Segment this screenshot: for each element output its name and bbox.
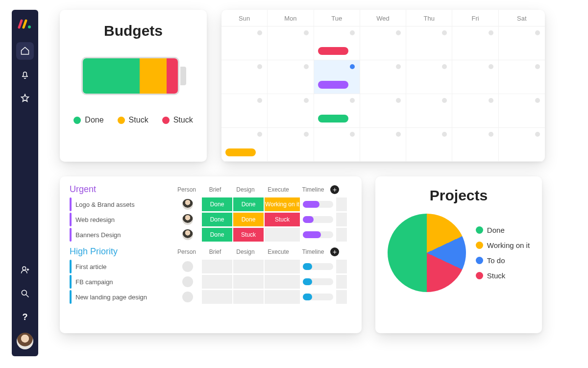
calendar-cell[interactable] <box>221 94 268 128</box>
calendar-cell[interactable] <box>221 26 268 60</box>
timeline-cell[interactable] <box>301 228 335 242</box>
calendar-event[interactable] <box>318 81 348 89</box>
calendar-cell[interactable] <box>406 128 452 162</box>
calendar-cell[interactable] <box>406 94 452 128</box>
status-cell[interactable] <box>202 275 232 289</box>
calendar-cell[interactable] <box>268 26 314 60</box>
add-row-button[interactable]: + <box>330 185 339 194</box>
calendar-cell[interactable] <box>452 128 498 162</box>
status-cell[interactable] <box>265 290 300 304</box>
person-avatar[interactable] <box>182 261 193 272</box>
calendar-cell[interactable] <box>499 26 545 60</box>
nav-search[interactable] <box>16 285 34 302</box>
calendar-cell[interactable] <box>499 94 545 128</box>
status-cell[interactable] <box>233 275 264 289</box>
person-avatar[interactable] <box>182 229 193 240</box>
nav-home[interactable] <box>16 42 34 60</box>
table-row[interactable]: FB campaign <box>70 275 352 289</box>
timeline-cell[interactable] <box>301 275 335 289</box>
table-row[interactable]: Banners DesignDoneStuck <box>70 228 352 242</box>
timeline-cell[interactable] <box>301 260 335 273</box>
calendar-cell[interactable] <box>314 94 360 128</box>
date-dot-icon <box>257 132 262 137</box>
date-dot-icon <box>350 98 355 103</box>
calendar-cell[interactable] <box>499 128 545 162</box>
task-name: Banners Design <box>75 231 121 239</box>
status-cell[interactable] <box>265 275 300 289</box>
status-cell[interactable]: Done <box>202 197 232 211</box>
column-header: Person <box>173 248 200 255</box>
date-dot-icon <box>535 98 540 103</box>
person-avatar[interactable] <box>182 276 193 287</box>
add-row-button[interactable]: + <box>330 247 339 256</box>
status-cell[interactable]: Done <box>202 213 232 226</box>
row-accent <box>70 290 72 304</box>
calendar-cell[interactable] <box>452 26 498 60</box>
row-accent <box>70 275 72 289</box>
status-cell[interactable] <box>233 260 264 273</box>
nav-invite[interactable] <box>16 261 34 279</box>
empty-cell <box>336 213 347 226</box>
status-cell[interactable]: Working on it <box>265 197 300 211</box>
status-cell[interactable] <box>265 228 300 242</box>
legend-item: Stuck <box>476 271 530 280</box>
status-cell[interactable] <box>233 290 264 304</box>
status-cell[interactable] <box>202 290 232 304</box>
calendar-cell[interactable] <box>452 60 498 94</box>
status-cell[interactable]: Stuck <box>265 213 300 226</box>
nav-favorites[interactable] <box>16 89 34 107</box>
empty-cell <box>336 260 347 273</box>
calendar-event[interactable] <box>318 115 348 123</box>
calendar-cell[interactable] <box>499 60 545 94</box>
calendar-cell[interactable] <box>314 26 360 60</box>
status-cell[interactable]: Stuck <box>233 228 264 242</box>
column-header: Person <box>173 186 200 193</box>
calendar-cell[interactable] <box>221 128 268 162</box>
calendar-event[interactable] <box>318 47 348 55</box>
group-title[interactable]: High Priority <box>70 246 173 257</box>
table-row[interactable]: Logo & Brand assetsDoneDoneWorking on it <box>70 197 352 211</box>
status-cell[interactable]: Done <box>202 228 232 242</box>
nav-notifications[interactable] <box>16 66 34 83</box>
timeline-cell[interactable] <box>301 197 335 211</box>
calendar-cell[interactable] <box>268 128 314 162</box>
status-cell[interactable]: Done <box>233 213 264 226</box>
calendar-cell[interactable] <box>406 26 452 60</box>
table-row[interactable]: Web redesignDoneDoneStuck <box>70 213 352 226</box>
calendar-cell[interactable] <box>314 60 360 94</box>
calendar-cell[interactable] <box>360 60 406 94</box>
table-row[interactable]: First article <box>70 260 352 273</box>
status-cell[interactable] <box>202 260 232 273</box>
timeline-cell[interactable] <box>301 290 335 304</box>
legend-item: Done <box>476 226 530 234</box>
calendar-cell[interactable] <box>360 26 406 60</box>
timeline-cell[interactable] <box>301 213 335 226</box>
group-title[interactable]: Urgent <box>70 184 173 195</box>
legend-label: Stuck <box>129 116 148 124</box>
task-name: FB campaign <box>75 278 113 286</box>
person-avatar[interactable] <box>182 214 193 225</box>
legend-item: Stuck <box>118 116 148 124</box>
date-dot-icon <box>304 64 309 69</box>
calendar-cell[interactable] <box>452 94 498 128</box>
person-avatar[interactable] <box>182 199 193 210</box>
person-avatar[interactable] <box>182 292 193 302</box>
calendar-cell[interactable] <box>221 60 268 94</box>
legend-dot-icon <box>476 257 483 264</box>
calendar-cell[interactable] <box>406 60 452 94</box>
column-header: Execute <box>261 186 296 193</box>
date-dot-icon <box>396 30 401 35</box>
status-cell[interactable] <box>265 260 300 273</box>
calendar-cell[interactable] <box>268 94 314 128</box>
table-row[interactable]: New landing page design <box>70 290 352 304</box>
calendar-cell[interactable] <box>314 128 360 162</box>
calendar-event[interactable] <box>225 148 256 156</box>
user-avatar[interactable] <box>17 333 33 349</box>
svg-point-1 <box>23 267 26 270</box>
status-cell[interactable]: Done <box>233 197 264 211</box>
legend-item: Working on it <box>476 241 530 249</box>
nav-help[interactable]: ? <box>16 308 34 326</box>
calendar-cell[interactable] <box>360 94 406 128</box>
calendar-cell[interactable] <box>268 60 314 94</box>
calendar-cell[interactable] <box>360 128 406 162</box>
